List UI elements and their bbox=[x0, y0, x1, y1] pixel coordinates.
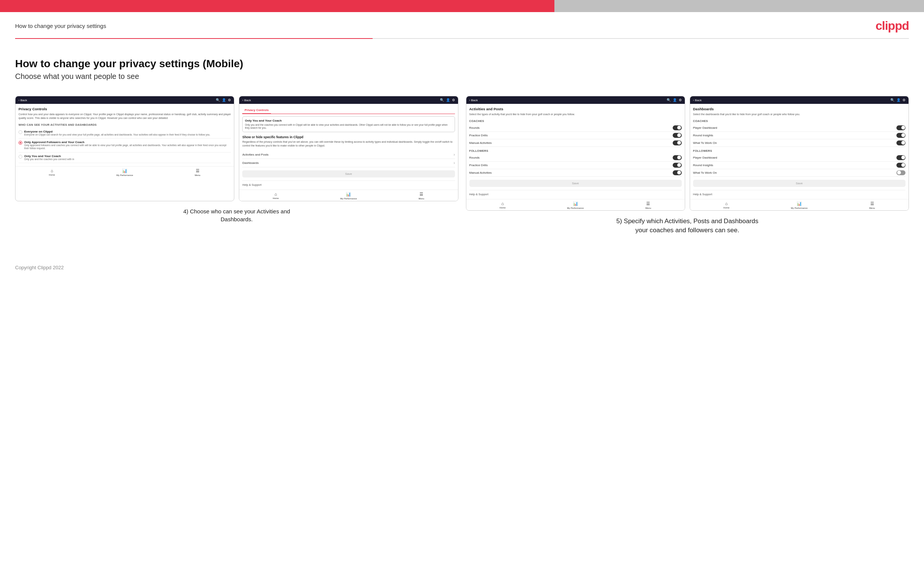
coaches-whattowork-toggle[interactable] bbox=[897, 140, 906, 145]
screen4-back[interactable]: ‹ Back bbox=[693, 98, 702, 102]
screen2-navbar: ‹ Back 🔍 👤 ⚙ bbox=[239, 96, 458, 104]
search-icon-4[interactable]: 🔍 bbox=[890, 98, 895, 102]
screen4-coaches-playerdash: Player Dashboard bbox=[693, 124, 906, 132]
screen1-option-approved[interactable]: Only Approved Followers and Your Coach O… bbox=[18, 139, 231, 153]
screen3-section-desc: Select the types of activity that you'd … bbox=[469, 113, 682, 116]
people-icon-3[interactable]: 👤 bbox=[673, 98, 677, 102]
people-icon-4[interactable]: 👤 bbox=[897, 98, 901, 102]
tab-home-2[interactable]: ⌂ Home bbox=[239, 192, 312, 200]
search-icon-2[interactable]: 🔍 bbox=[440, 98, 444, 102]
coaches-playerdash-toggle[interactable] bbox=[897, 126, 906, 130]
radio-approved[interactable] bbox=[18, 141, 22, 145]
screen1-option-everyone[interactable]: Everyone on Clippd Everyone on Clippd ca… bbox=[18, 128, 231, 139]
screen2-activities-link[interactable]: Activities and Posts › bbox=[242, 151, 455, 159]
screen3-coaches-label: COACHES bbox=[469, 119, 682, 123]
screen1-sub-title: Who Can See Your Activities and Dashboar… bbox=[18, 123, 231, 126]
radio-youcoach[interactable] bbox=[18, 155, 22, 159]
search-icon-3[interactable]: 🔍 bbox=[667, 98, 671, 102]
screen-3: ‹ Back 🔍 👤 ⚙ Activities and Posts Select… bbox=[466, 96, 685, 211]
home-label-1: Home bbox=[49, 174, 55, 176]
tab-performance-4[interactable]: 📊 My Performance bbox=[763, 201, 836, 209]
followers-manual-label: Manual Activities bbox=[469, 171, 492, 174]
home-label-2: Home bbox=[273, 197, 279, 199]
screen1-nav-icons: 🔍 👤 ⚙ bbox=[216, 98, 231, 102]
screen3-coaches-rounds: Rounds bbox=[469, 124, 682, 132]
settings-icon-2[interactable]: ⚙ bbox=[452, 98, 455, 102]
radio-desc-youcoach: Only you and the coaches you connect wit… bbox=[24, 158, 231, 161]
settings-icon-4[interactable]: ⚙ bbox=[903, 98, 906, 102]
performance-icon-1: 📊 bbox=[122, 168, 128, 173]
settings-icon[interactable]: ⚙ bbox=[228, 98, 231, 102]
tab-menu-4[interactable]: ☰ Menu bbox=[835, 201, 908, 209]
followers-manual-toggle[interactable] bbox=[673, 170, 682, 175]
screen2-save-btn[interactable]: Save bbox=[242, 170, 455, 177]
performance-icon-3: 📊 bbox=[573, 201, 578, 206]
tab-performance-3[interactable]: 📊 My Performance bbox=[539, 201, 612, 209]
screen4-followers-label: FOLLOWERS bbox=[693, 149, 906, 153]
menu-label-3: Menu bbox=[646, 207, 651, 209]
people-icon[interactable]: 👤 bbox=[222, 98, 226, 102]
coaches-rounds-toggle[interactable] bbox=[673, 126, 682, 130]
screen1-option-youcoach[interactable]: Only You and Your Coach Only you and the… bbox=[18, 153, 231, 163]
coaches-manual-toggle[interactable] bbox=[673, 140, 682, 145]
home-icon-2: ⌂ bbox=[275, 192, 277, 197]
screen-1: ‹ Back 🔍 👤 ⚙ Privacy Controls Control ho… bbox=[15, 96, 234, 201]
screen2-body: Privacy Controls Only You and Your Coach… bbox=[239, 104, 458, 190]
screen3-nav-icons: 🔍 👤 ⚙ bbox=[667, 98, 682, 102]
screen3-followers-rounds: Rounds bbox=[469, 154, 682, 162]
screen1-body: Privacy Controls Control how you and you… bbox=[16, 104, 234, 166]
followers-playerdash-label: Player Dashboard bbox=[693, 156, 717, 160]
settings-icon-3[interactable]: ⚙ bbox=[679, 98, 682, 102]
screen2-tab-bar: Privacy Controls bbox=[242, 107, 455, 114]
tab-performance-2[interactable]: 📊 My Performance bbox=[312, 192, 385, 200]
screen3-back[interactable]: ‹ Back bbox=[469, 98, 478, 102]
followers-drills-toggle[interactable] bbox=[673, 163, 682, 168]
search-icon[interactable]: 🔍 bbox=[216, 98, 220, 102]
followers-roundinsights-toggle[interactable] bbox=[897, 163, 906, 168]
screen4-followers-roundinsights: Round Insights bbox=[693, 162, 906, 169]
copyright: Copyright Clippd 2022 bbox=[15, 265, 64, 271]
home-icon-4: ⌂ bbox=[725, 201, 728, 206]
followers-whattowork-toggle[interactable] bbox=[897, 170, 906, 175]
screen3-followers-label: FOLLOWERS bbox=[469, 149, 682, 153]
screen1-option-everyone-text: Everyone on Clippd Everyone on Clippd ca… bbox=[24, 130, 231, 136]
radio-title-everyone: Everyone on Clippd bbox=[24, 130, 231, 133]
screen3-help: Help & Support bbox=[469, 190, 682, 196]
screen2-dropdown: Only You and Your Coach Only you and the… bbox=[242, 116, 455, 132]
followers-roundinsights-label: Round Insights bbox=[693, 163, 713, 167]
performance-label-4: My Performance bbox=[791, 207, 808, 209]
tab-menu-3[interactable]: ☰ Menu bbox=[612, 201, 685, 209]
tab-menu-2[interactable]: ☰ Menu bbox=[385, 192, 458, 200]
radio-everyone[interactable] bbox=[18, 130, 22, 134]
screen3-followers-manual: Manual Activities bbox=[469, 169, 682, 177]
people-icon-2[interactable]: 👤 bbox=[446, 98, 450, 102]
screen2-tab[interactable]: Privacy Controls bbox=[242, 107, 271, 114]
screen4-save-btn[interactable]: Save bbox=[693, 180, 906, 187]
screen2-dashboards-link[interactable]: Dashboards › bbox=[242, 159, 455, 167]
tab-home-3[interactable]: ⌂ Home bbox=[466, 201, 539, 209]
coaches-roundinsights-toggle[interactable] bbox=[897, 133, 906, 138]
coaches-drills-toggle[interactable] bbox=[673, 133, 682, 138]
home-icon-1: ⌂ bbox=[51, 168, 53, 173]
coaches-manual-label: Manual Activities bbox=[469, 141, 492, 145]
dropdown-title: Only You and Your Coach bbox=[245, 119, 452, 122]
tab-menu-1[interactable]: ☰ Menu bbox=[162, 168, 234, 176]
tab-home-1[interactable]: ⌂ Home bbox=[16, 168, 89, 176]
followers-playerdash-toggle[interactable] bbox=[897, 155, 906, 160]
screen4-coaches-roundinsights: Round Insights bbox=[693, 132, 906, 139]
show-hide-title: Show or hide specific features in Clippd bbox=[242, 135, 455, 139]
tab-performance-1[interactable]: 📊 My Performance bbox=[89, 168, 162, 176]
screenshot-pair-left: ‹ Back 🔍 👤 ⚙ Privacy Controls Control ho… bbox=[15, 96, 459, 201]
followers-rounds-toggle[interactable] bbox=[673, 155, 682, 160]
screen2-back[interactable]: ‹ Back bbox=[242, 98, 251, 102]
group-right: ‹ Back 🔍 👤 ⚙ Activities and Posts Select… bbox=[466, 96, 909, 234]
menu-icon-4: ☰ bbox=[870, 201, 874, 206]
tab-home-4[interactable]: ⌂ Home bbox=[690, 201, 763, 209]
screen4-help: Help & Support bbox=[693, 190, 906, 196]
header: How to change your privacy settings clip… bbox=[0, 12, 924, 38]
screen2-help: Help & Support bbox=[242, 181, 455, 187]
screen3-save-btn[interactable]: Save bbox=[469, 180, 682, 187]
screen4-navbar: ‹ Back 🔍 👤 ⚙ bbox=[690, 96, 908, 104]
caption-5: 5) Specify which Activities, Posts and D… bbox=[612, 217, 763, 235]
screen1-back[interactable]: ‹ Back bbox=[18, 98, 27, 102]
